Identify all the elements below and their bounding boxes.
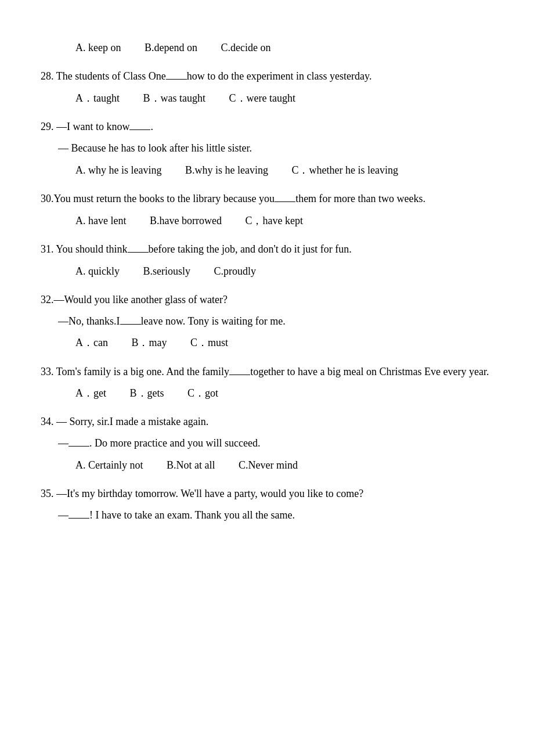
q32-number: 32.—Would you like another glass of wate…: [41, 294, 228, 305]
q33-text2: together to have a big meal on Christmas…: [250, 366, 489, 377]
options-line-34: A. Certainly not B.Not at all C.Never mi…: [75, 456, 493, 474]
option-27a: A. keep on: [75, 38, 121, 57]
q31-text2: before taking the job, and don't do it j…: [149, 243, 352, 255]
q31-number: 31. You should think: [41, 243, 128, 255]
q35-number: 35. —It's my birthday tomorrow. We'll ha…: [41, 488, 363, 499]
option-32c: C．must: [190, 333, 228, 352]
options-line-33: A．get B．gets C．got: [75, 384, 493, 402]
option-34a: A. Certainly not: [75, 456, 143, 474]
question-32-text: 32.—Would you like another glass of wate…: [41, 291, 493, 309]
option-32a: A．can: [75, 333, 108, 352]
q29-number: 29. —I want to know: [41, 121, 129, 132]
option-29b: B.why is he leaving: [185, 161, 268, 179]
option-34b: B.Not at all: [167, 456, 215, 474]
options-line-32: A．can B．may C．must: [75, 333, 493, 352]
q32-dialogue2: —No, thanks.Ileave now. Tony is waiting …: [58, 312, 493, 330]
q34-blank: [68, 446, 89, 447]
question-30: 30.You must return the books to the libr…: [41, 190, 493, 230]
question-32: 32.—Would you like another glass of wate…: [41, 291, 493, 352]
option-31a: A. quickly: [75, 262, 120, 280]
question-35: 35. —It's my birthday tomorrow. We'll ha…: [41, 485, 493, 524]
options-line-27: A. keep on B.depend on C.decide on: [75, 38, 493, 57]
option-29c: C．whether he is leaving: [291, 161, 398, 179]
q30-blank: [275, 201, 295, 202]
option-33c: C．got: [187, 384, 218, 402]
question-31-text: 31. You should thinkbefore taking the jo…: [41, 240, 493, 258]
option-31b: B.seriously: [143, 262, 191, 280]
option-33b: B．gets: [130, 384, 164, 402]
q28-number: 28. The students of Class One: [41, 70, 166, 82]
options-line-29: A. why he is leaving B.why is he leaving…: [75, 161, 493, 179]
option-30b: B.have borrowed: [150, 211, 222, 230]
option-28c: C．were taught: [229, 89, 295, 107]
q31-blank: [128, 252, 149, 253]
option-34c: C.Never mind: [239, 456, 298, 474]
question-34-text: 34. — Sorry, sir.I made a mistake again.: [41, 413, 493, 431]
q33-blank: [229, 375, 250, 375]
q28-text2: how to do the experiment in class yester…: [187, 70, 372, 82]
question-28: 28. The students of Class Onehow to do t…: [41, 67, 493, 107]
option-28b: B．was taught: [143, 89, 206, 107]
q34-dialogue2: —. Do more practice and you will succeed…: [58, 434, 493, 452]
option-32b: B．may: [131, 333, 167, 352]
q30-number: 30.You must return the books to the libr…: [41, 193, 275, 204]
question-27-options: A. keep on B.depend on C.decide on: [41, 38, 493, 57]
question-33: 33. Tom's family is a big one. And the f…: [41, 363, 493, 403]
options-line-31: A. quickly B.seriously C.proudly: [75, 262, 493, 280]
q33-number: 33. Tom's family is a big one. And the f…: [41, 366, 229, 377]
question-29-text: 29. —I want to know.: [41, 118, 493, 136]
option-30a: A. have lent: [75, 211, 126, 230]
question-33-text: 33. Tom's family is a big one. And the f…: [41, 363, 493, 381]
question-28-text: 28. The students of Class Onehow to do t…: [41, 67, 493, 85]
question-31: 31. You should thinkbefore taking the jo…: [41, 240, 493, 280]
question-34: 34. — Sorry, sir.I made a mistake again.…: [41, 413, 493, 474]
q34-number: 34. — Sorry, sir.I made a mistake again.: [41, 416, 208, 427]
q29-dialogue2: — Because he has to look after his littl…: [58, 139, 493, 157]
question-35-text: 35. —It's my birthday tomorrow. We'll ha…: [41, 485, 493, 503]
options-line-30: A. have lent B.have borrowed C，have kept: [75, 211, 493, 230]
q28-blank: [166, 79, 187, 80]
option-27c: C.decide on: [221, 38, 270, 57]
q35-dialogue2: —! I have to take an exam. Thank you all…: [58, 506, 493, 524]
q29-blank: [129, 129, 150, 130]
q30-text2: them for more than two weeks.: [295, 193, 425, 204]
q35-blank: [68, 518, 89, 519]
option-30c: C，have kept: [245, 211, 302, 230]
option-28a: A．taught: [75, 89, 120, 107]
option-33a: A．get: [75, 384, 106, 402]
options-line-28: A．taught B．was taught C．were taught: [75, 89, 493, 107]
q32-blank: [120, 324, 141, 325]
question-29: 29. —I want to know. — Because he has to…: [41, 118, 493, 179]
option-29a: A. why he is leaving: [75, 161, 161, 179]
question-30-text: 30.You must return the books to the libr…: [41, 190, 493, 208]
option-31c: C.proudly: [214, 262, 257, 280]
q29-end: .: [150, 121, 153, 132]
option-27b: B.depend on: [145, 38, 197, 57]
